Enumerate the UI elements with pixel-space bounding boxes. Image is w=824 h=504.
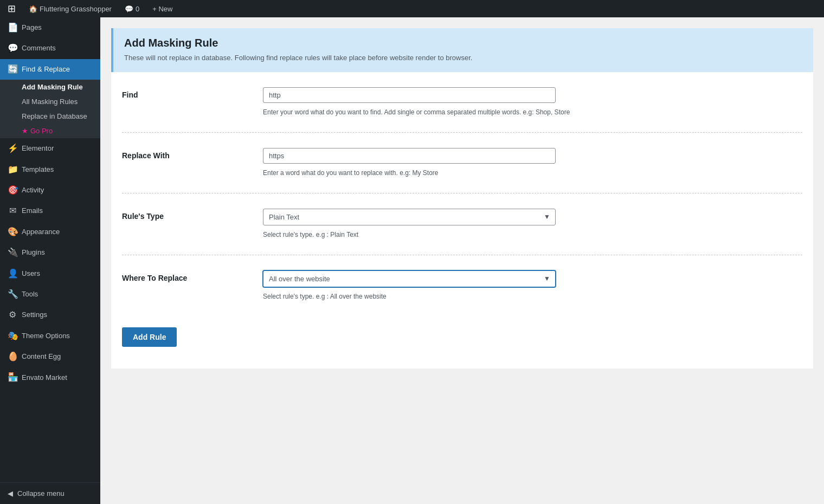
pages-icon: 📄 [8, 22, 17, 34]
theme-options-icon: 🎭 [8, 330, 17, 342]
page-title: Add Masking Rule [124, 37, 802, 49]
collapse-icon: ◀ [8, 489, 13, 497]
content-egg-icon: 🥚 [8, 351, 17, 363]
submenu-go-pro[interactable]: ★ Go Pro [0, 124, 100, 138]
sidebar-label-activity: Activity [22, 185, 44, 195]
find-input[interactable] [263, 87, 556, 103]
collapse-label: Collapse menu [17, 489, 65, 497]
new-label: + New [152, 5, 172, 13]
find-row: Find Enter your word what do you want to… [122, 72, 802, 133]
envato-market-icon: 🏪 [8, 371, 17, 383]
add-rule-button[interactable]: Add Rule [122, 327, 177, 347]
sidebar-item-activity[interactable]: 🎯 Activity [0, 180, 100, 201]
wp-logo-icon: ⊞ [8, 3, 16, 15]
emails-icon: ✉ [8, 205, 17, 217]
sidebar-label-pages: Pages [22, 23, 42, 33]
sidebar-item-comments[interactable]: 💬 Comments [0, 38, 100, 59]
rule-type-select[interactable]: Plain Text Regular Expression [263, 209, 556, 225]
where-to-replace-help-text: Select rule's type. e.g : All over the w… [263, 292, 802, 301]
page-header: Add Masking Rule These will not replace … [111, 28, 813, 72]
sidebar-label-settings: Settings [22, 310, 47, 320]
main-content: Add Masking Rule These will not replace … [100, 17, 824, 504]
page-description: These will not replace in database. Foll… [124, 53, 802, 63]
comments-count: 0 [136, 5, 139, 13]
sidebar-label-comments: Comments [22, 43, 56, 53]
plugins-icon: 🔌 [8, 247, 17, 259]
submenu-replace-in-database[interactable]: Replace in Database [0, 109, 100, 124]
sidebar-label-templates: Templates [22, 165, 54, 175]
rule-type-help-text: Select rule's type. e.g : Plain Text [263, 230, 802, 240]
where-to-replace-select[interactable]: All over the website Posts only Pages on… [263, 270, 556, 287]
replace-with-field: Enter a word what do you want to replace… [263, 148, 802, 178]
comments-link[interactable]: 💬 0 [121, 0, 143, 17]
where-to-replace-row: Where To Replace All over the website Po… [122, 255, 802, 316]
bottom-section: Add Rule [111, 316, 813, 369]
home-icon: 🏠 [29, 5, 37, 13]
where-to-replace-select-wrapper: All over the website Posts only Pages on… [263, 270, 556, 287]
settings-icon: ⚙ [8, 309, 17, 321]
sidebar-item-appearance[interactable]: 🎨 Appearance [0, 222, 100, 242]
appearance-icon: 🎨 [8, 226, 17, 238]
comments-nav-icon: 💬 [8, 42, 17, 54]
sidebar-item-users[interactable]: 👤 Users [0, 263, 100, 284]
where-to-replace-label: Where To Replace [122, 270, 252, 282]
wp-logo-link[interactable]: ⊞ [4, 0, 19, 17]
sidebar-item-tools[interactable]: 🔧 Tools [0, 284, 100, 305]
replace-with-label: Replace With [122, 148, 252, 160]
sidebar-label-emails: Emails [22, 206, 43, 216]
replace-with-help-text: Enter a word what do you want to replace… [263, 168, 802, 178]
sidebar-item-emails[interactable]: ✉ Emails [0, 201, 100, 221]
sidebar-item-content-egg[interactable]: 🥚 Content Egg [0, 346, 100, 367]
users-icon: 👤 [8, 268, 17, 280]
sidebar-item-pages[interactable]: 📄 Pages [0, 17, 100, 38]
sidebar: 📄 Pages 💬 Comments 🔄 Find & Replace Add … [0, 17, 100, 504]
replace-with-input[interactable] [263, 148, 556, 164]
sidebar-label-appearance: Appearance [22, 227, 60, 237]
templates-icon: 📁 [8, 164, 17, 176]
site-name: Fluttering Grasshopper [40, 5, 112, 13]
sidebar-label-envato-market: Envato Market [22, 373, 67, 383]
sidebar-label-plugins: Plugins [22, 248, 45, 257]
new-link[interactable]: + New [149, 0, 176, 17]
sidebar-item-theme-options[interactable]: 🎭 Theme Options [0, 326, 100, 346]
elementor-icon: ⚡ [8, 143, 17, 154]
where-to-replace-field: All over the website Posts only Pages on… [263, 270, 802, 301]
sidebar-item-envato-market[interactable]: 🏪 Envato Market [0, 367, 100, 387]
sidebar-item-plugins[interactable]: 🔌 Plugins [0, 242, 100, 263]
find-replace-icon: 🔄 [8, 63, 17, 75]
submenu-all-masking-rules[interactable]: All Masking Rules [0, 94, 100, 109]
find-field: Enter your word what do you want to find… [263, 87, 802, 117]
tools-icon: 🔧 [8, 288, 17, 300]
sidebar-submenu-find-replace: Add Masking Rule All Masking Rules Repla… [0, 80, 100, 138]
sidebar-label-theme-options: Theme Options [22, 331, 70, 341]
sidebar-item-find-replace[interactable]: 🔄 Find & Replace [0, 59, 100, 80]
rule-type-select-wrapper: Plain Text Regular Expression ▼ [263, 209, 556, 225]
sidebar-item-settings[interactable]: ⚙ Settings [0, 305, 100, 325]
find-label: Find [122, 87, 252, 99]
replace-with-row: Replace With Enter a word what do you wa… [122, 133, 802, 193]
layout: 📄 Pages 💬 Comments 🔄 Find & Replace Add … [0, 17, 824, 504]
collapse-menu-button[interactable]: ◀ Collapse menu [0, 482, 100, 504]
sidebar-label-tools: Tools [22, 289, 38, 299]
star-icon: ★ [22, 127, 28, 135]
sidebar-item-templates[interactable]: 📁 Templates [0, 159, 100, 180]
rule-type-label: Rule's Type [122, 209, 252, 221]
submenu-add-masking-rule[interactable]: Add Masking Rule [0, 80, 100, 94]
site-name-link[interactable]: 🏠 Fluttering Grasshopper [25, 0, 115, 17]
comments-icon: 💬 [125, 5, 133, 13]
activity-icon: 🎯 [8, 184, 17, 196]
form-container: Find Enter your word what do you want to… [111, 72, 813, 316]
sidebar-label-content-egg: Content Egg [22, 352, 61, 361]
sidebar-item-elementor[interactable]: ⚡ Elementor [0, 138, 100, 159]
sidebar-label-users: Users [22, 269, 40, 279]
sidebar-label-find-replace: Find & Replace [22, 64, 70, 74]
admin-bar: ⊞ 🏠 Fluttering Grasshopper 💬 0 + New [0, 0, 824, 17]
rule-type-row: Rule's Type Plain Text Regular Expressio… [122, 193, 802, 255]
sidebar-label-elementor: Elementor [22, 144, 54, 153]
find-help-text: Enter your word what do you want to find… [263, 107, 802, 117]
rule-type-field: Plain Text Regular Expression ▼ Select r… [263, 209, 802, 240]
